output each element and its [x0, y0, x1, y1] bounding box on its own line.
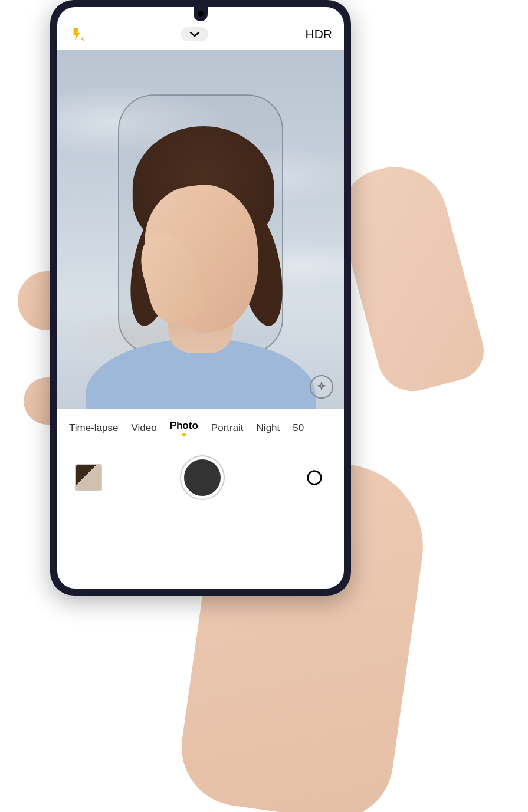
phone-frame: A HDR: [50, 0, 351, 596]
effects-button[interactable]: [310, 375, 333, 399]
camera-viewfinder[interactable]: [57, 50, 344, 409]
camera-mode-selector[interactable]: Time-lapseVideoPhotoPortraitNight50: [57, 409, 344, 441]
flip-camera-icon: [304, 468, 324, 488]
mode-50[interactable]: 50: [293, 422, 304, 434]
mode-label: Time-lapse: [69, 422, 118, 434]
gallery-thumbnail[interactable]: [75, 464, 102, 491]
mode-label: Portrait: [211, 422, 244, 434]
mode-label: Night: [257, 422, 280, 434]
hdr-toggle[interactable]: HDR: [306, 27, 333, 41]
flash-auto-icon: A: [69, 27, 84, 42]
flip-camera-button[interactable]: [303, 466, 326, 489]
active-mode-indicator: [182, 433, 186, 436]
chevron-down-icon: [189, 31, 200, 38]
display-notch: [194, 7, 208, 21]
mode-label: Video: [131, 422, 156, 434]
mode-photo[interactable]: Photo: [170, 420, 198, 436]
camera-bottom-controls: [57, 445, 344, 517]
mode-label: Photo: [170, 420, 198, 432]
mode-night[interactable]: Night: [257, 422, 280, 434]
more-options-toggle[interactable]: [181, 27, 208, 41]
svg-text:A: A: [81, 36, 85, 42]
mode-time-lapse[interactable]: Time-lapse: [69, 422, 118, 434]
sparkle-icon: [316, 381, 327, 393]
mode-video[interactable]: Video: [131, 422, 156, 434]
camera-app-screen: A HDR: [57, 7, 344, 589]
mode-portrait[interactable]: Portrait: [211, 422, 244, 434]
mode-label: 50: [293, 422, 304, 434]
subject-preview: [100, 91, 301, 409]
shutter-button[interactable]: [181, 456, 224, 499]
flash-toggle[interactable]: A: [69, 27, 84, 42]
